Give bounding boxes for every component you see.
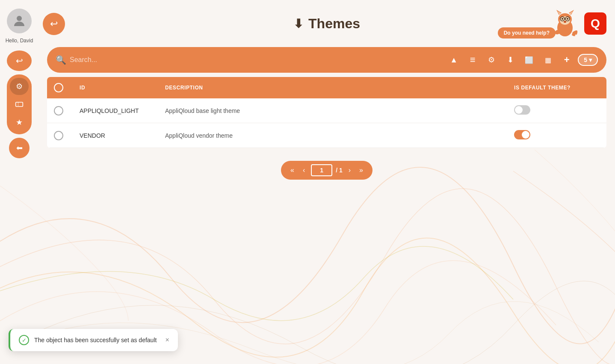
pagination: « ‹ / 1 › » [38,161,615,180]
sidebar-back-button[interactable]: ↩ [7,50,32,71]
row2-toggle-knob [522,131,529,139]
sidebar-item-favorites[interactable]: ★ [10,114,29,131]
row2-radio[interactable] [54,131,63,140]
help-bubble-container: Do you need help? [498,27,556,38]
sidebar-item-settings[interactable]: ⚙ [10,78,29,95]
row2-select [54,131,80,140]
row2-id: VENDOR [80,132,165,139]
toast-message: The object has been succesfully set as d… [34,337,157,343]
header-right: Do you need help? [498,9,606,38]
table-row: APPLIQLOUD_LIGHT AppliQloud base light t… [47,98,606,123]
search-icon: 🔍 [56,55,66,65]
last-page-button[interactable]: » [357,165,366,176]
sidebar-item-coupon[interactable] [10,96,29,113]
row1-toggle-knob [515,106,523,114]
toast-check-icon: ✓ [19,335,29,345]
filter-button[interactable]: ≡ [465,52,480,68]
row1-radio[interactable] [54,106,63,115]
row2-toggle[interactable] [514,130,530,139]
row1-is-default [514,105,600,116]
row1-select [54,106,80,115]
row2-description: AppliQloud vendor theme [165,132,514,139]
page-title-container: ⬇ Themes [293,16,360,32]
svg-point-0 [17,16,22,21]
select-all-radio[interactable] [54,83,63,92]
count-chevron: ▾ [589,56,592,63]
back-button[interactable]: ↩ [43,13,65,35]
expand-button[interactable]: ⬜ [521,52,537,68]
svg-point-14 [567,18,568,20]
search-input[interactable] [70,56,446,64]
row1-toggle[interactable] [514,105,530,115]
col-is-default-header: IS DEFAULT THEME? [514,85,600,91]
col-description-header: DESCRIPTION [165,85,514,91]
settings-button[interactable]: ⚙ [484,52,499,68]
current-page-input[interactable] [311,164,332,176]
row2-is-default [514,130,600,141]
count-value: 5 [584,56,587,63]
page-header: ⬇ Themes Do you need help? [38,0,615,47]
sidebar-nav-group: ⚙ ★ [7,74,32,134]
sort-asc-button[interactable]: ▲ [446,52,461,68]
table-row: VENDOR AppliQloud vendor theme [47,123,606,148]
first-page-button[interactable]: « [288,165,297,176]
prev-page-button[interactable]: ‹ [300,165,308,176]
help-section: Do you need help? [498,9,579,38]
toast-notification: ✓ The object has been succesfully set as… [9,329,178,351]
row1-id: APPLIQLOUD_LIGHT [80,107,165,114]
page-title: Themes [308,16,360,32]
sidebar-item-logout[interactable]: ⬅ [9,138,30,158]
search-box: 🔍 [56,55,446,65]
sidebar: Hello, David ↩ ⚙ ★ ⬅ [0,0,38,364]
table-header-row: ID DESCRIPTION IS DEFAULT THEME? [47,77,606,98]
user-greeting: Hello, David [6,38,33,44]
help-text: Do you need help? [504,30,550,36]
columns-button[interactable]: ▦ [540,52,556,68]
row1-description: AppliQloud base light theme [165,107,514,114]
col-select [54,83,80,92]
pagination-container: « ‹ / 1 › » [281,161,373,180]
toast-close-button[interactable]: × [165,336,169,344]
count-badge[interactable]: 5 ▾ [578,54,598,66]
svg-rect-1 [16,102,23,107]
q-logo-button[interactable]: Q [584,12,606,35]
svg-point-13 [562,18,563,20]
user-avatar[interactable] [7,9,32,33]
total-pages: / 1 [336,167,343,174]
download-button[interactable]: ⬇ [503,52,518,68]
help-bubble[interactable]: Do you need help? [498,27,556,38]
title-icon: ⬇ [293,17,303,31]
svg-point-15 [564,21,566,23]
col-id-header: ID [80,85,165,91]
main-content: ⬇ Themes Do you need help? [38,0,615,364]
data-table: ID DESCRIPTION IS DEFAULT THEME? APPLIQL… [47,77,606,148]
next-page-button[interactable]: › [346,165,353,176]
toolbar-actions: ▲ ≡ ⚙ ⬇ ⬜ ▦ + 5 ▾ [446,52,598,68]
toolbar: 🔍 ▲ ≡ ⚙ ⬇ ⬜ ▦ + 5 ▾ [47,47,606,73]
add-button[interactable]: + [559,52,574,68]
